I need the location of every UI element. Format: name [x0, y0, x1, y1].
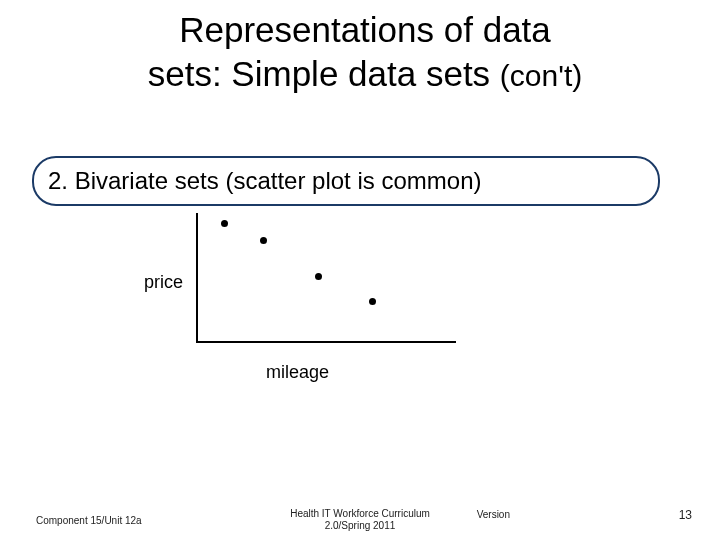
slide: Representations of data sets: Simple dat…	[0, 0, 720, 540]
section-box: 2. Bivariate sets (scatter plot is commo…	[32, 156, 660, 206]
footer-center: Health IT Workforce Curriculum 2.0/Sprin…	[0, 508, 720, 532]
footer: Component 15/Unit 12a Health IT Workforc…	[0, 500, 720, 532]
slide-title: Representations of data sets: Simple dat…	[30, 8, 700, 96]
chart-xlabel: mileage	[266, 362, 329, 383]
y-axis	[196, 213, 198, 343]
data-point	[260, 237, 267, 244]
data-point	[369, 298, 376, 305]
data-point	[221, 220, 228, 227]
footer-center-line2: 2.0/Spring 2011	[0, 520, 720, 532]
footer-page: 13	[679, 508, 692, 522]
scatter-chart	[196, 213, 456, 343]
chart-ylabel: price	[144, 272, 183, 293]
title-line1: Representations of data	[179, 10, 551, 49]
data-point	[315, 273, 322, 280]
x-axis	[196, 341, 456, 343]
title-line2a: sets: Simple data sets	[148, 54, 500, 93]
section-heading: 2. Bivariate sets (scatter plot is commo…	[48, 167, 481, 195]
footer-center-line1: Health IT Workforce Curriculum	[0, 508, 720, 520]
footer-version: Version	[477, 509, 510, 520]
title-cont: (con't)	[500, 59, 582, 92]
